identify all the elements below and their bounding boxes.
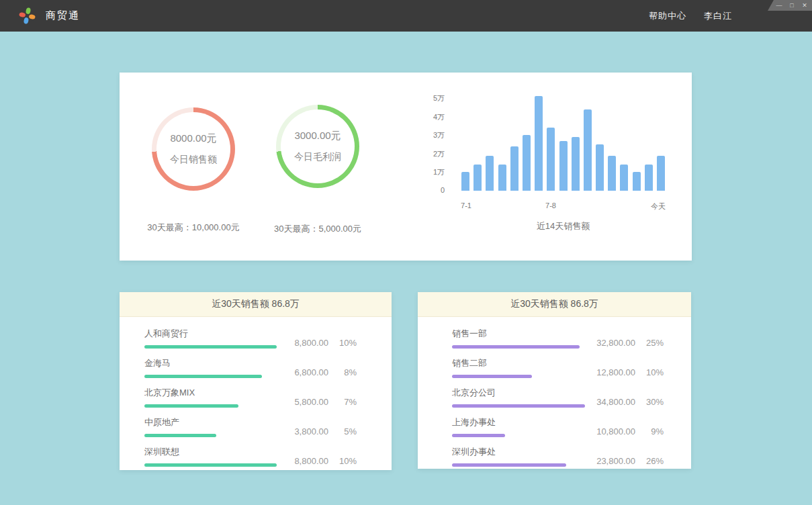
bar: [608, 156, 616, 191]
item-values: 8,800.0010%: [280, 456, 357, 467]
bar: [633, 172, 641, 191]
list-item: 深圳联想8,800.0010%: [144, 446, 357, 467]
bar: [572, 137, 580, 191]
minimize-icon[interactable]: —: [774, 0, 784, 11]
close-icon[interactable]: ✕: [799, 0, 810, 11]
bar: [510, 146, 518, 191]
departments-list: 销售一部32,800.0025%销售二部12,800.0010%北京分公司34,…: [418, 317, 691, 467]
customers-card-title: 近30天销售额 86.8万: [120, 292, 392, 317]
item-values: 8,800.0010%: [280, 338, 357, 349]
bar: [523, 135, 531, 191]
item-value: 3,800.00: [280, 426, 328, 437]
list-item: 金海马6,800.008%: [144, 357, 357, 378]
username-menu[interactable]: 李白江: [704, 10, 732, 22]
bar: [486, 156, 494, 191]
item-percent: 25%: [635, 338, 664, 348]
bar: [596, 144, 604, 191]
today-sales-value: 8000.00元: [170, 132, 216, 145]
item-bar: [452, 345, 580, 349]
x-tick-first: 7-1: [451, 201, 481, 210]
item-bar: [452, 375, 532, 378]
item-name: 金海马: [144, 357, 280, 369]
item-bar: [144, 404, 238, 408]
item-values: 6,800.008%: [280, 367, 357, 378]
item-name: 深圳联想: [144, 446, 280, 458]
list-item: 销售二部12,800.0010%: [452, 357, 664, 378]
departments-card-title: 近30天销售额 86.8万: [418, 292, 691, 317]
item-percent: 8%: [328, 367, 357, 377]
item-percent: 30%: [635, 397, 664, 407]
y-tick: 3万: [407, 130, 445, 140]
bar: [584, 109, 592, 191]
bar: [559, 141, 568, 191]
item-name: 北京万象MIX: [144, 387, 280, 399]
item-percent: 10%: [328, 456, 357, 466]
item-percent: 10%: [635, 367, 664, 377]
bar: [620, 165, 628, 191]
item-bar: [144, 434, 216, 437]
item-name: 销售一部: [452, 328, 587, 340]
y-tick: 4万: [407, 112, 445, 122]
maximize-icon[interactable]: □: [786, 0, 797, 11]
item-bar: [452, 434, 505, 437]
today-sales-label: 今日销售额: [170, 154, 217, 166]
today-profit-value: 3000.00元: [294, 130, 341, 142]
sales-bar-chart: [461, 98, 665, 191]
bar: [535, 96, 543, 191]
y-tick: 2万: [407, 149, 445, 159]
item-percent: 26%: [635, 456, 664, 466]
pinwheel-logo-icon: [18, 7, 36, 25]
sales-donut-ring: 8000.00元 今日销售额: [152, 107, 235, 191]
item-name: 人和商贸行: [144, 328, 280, 340]
item-name: 中原地产: [144, 416, 280, 428]
item-value: 6,800.00: [280, 367, 328, 377]
item-name: 深圳办事处: [452, 446, 587, 458]
today-profit-label: 今日毛利润: [294, 151, 341, 163]
y-tick: 5万: [407, 93, 445, 103]
item-value: 8,800.00: [280, 338, 328, 348]
item-value: 10,800.00: [587, 426, 635, 437]
item-values: 12,800.0010%: [587, 367, 664, 378]
x-tick-middle: 7-8: [536, 201, 566, 210]
item-value: 8,800.00: [280, 456, 328, 466]
item-value: 23,800.00: [587, 456, 635, 466]
customers-list: 人和商贸行8,800.0010%金海马6,800.008%北京万象MIX5,80…: [120, 317, 392, 467]
item-bar: [452, 463, 566, 467]
list-item: 上海办事处10,800.009%: [452, 416, 664, 437]
bar: [473, 165, 482, 191]
y-tick: 0: [407, 186, 445, 194]
window-controls: — □ ✕: [768, 0, 812, 11]
bar: [657, 156, 665, 191]
item-value: 34,800.00: [587, 397, 635, 407]
item-value: 12,800.00: [587, 367, 635, 377]
bar: [547, 128, 555, 191]
customers-ranking-card: 近30天销售额 86.8万 人和商贸行8,800.0010%金海马6,800.0…: [120, 292, 392, 470]
profit-donut-ring: 3000.00元 今日毛利润: [276, 105, 359, 188]
profit-donut-center: 3000.00元 今日毛利润: [281, 109, 355, 183]
item-values: 5,800.007%: [280, 397, 357, 408]
app-window: 商贸通 帮助中心 李白江 — □ ✕ 8000.00元 今日销售额 30天最高：…: [0, 0, 812, 505]
list-item: 销售一部32,800.0025%: [452, 328, 664, 349]
item-percent: 5%: [328, 426, 357, 437]
item-bar: [144, 345, 277, 349]
item-values: 23,800.0026%: [587, 456, 664, 467]
list-item: 北京分公司34,800.0030%: [452, 387, 664, 408]
x-tick-today: 今天: [643, 201, 673, 212]
departments-ranking-card: 近30天销售额 86.8万 销售一部32,800.0025%销售二部12,800…: [418, 292, 691, 469]
app-title: 商贸通: [46, 0, 80, 32]
item-name: 北京分公司: [452, 387, 587, 399]
item-values: 34,800.0030%: [587, 397, 664, 408]
list-item: 人和商贸行8,800.0010%: [144, 328, 357, 349]
item-percent: 7%: [328, 397, 357, 407]
item-name: 销售二部: [452, 357, 587, 369]
titlebar: 商贸通 帮助中心 李白江 — □ ✕: [0, 0, 812, 32]
item-percent: 9%: [635, 426, 664, 437]
item-percent: 10%: [328, 338, 357, 348]
item-values: 32,800.0025%: [587, 338, 664, 349]
help-center-link[interactable]: 帮助中心: [649, 10, 686, 22]
item-value: 5,800.00: [280, 397, 328, 407]
profit-30d-max-note: 30天最高：5,000.00元: [244, 223, 392, 235]
y-tick: 1万: [407, 167, 445, 177]
sales-donut-center: 8000.00元 今日销售额: [156, 112, 230, 186]
item-bar: [144, 375, 262, 378]
